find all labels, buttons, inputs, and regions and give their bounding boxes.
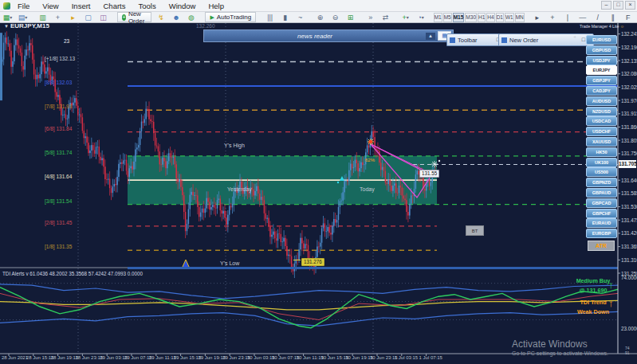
chart-shift-button[interactable]: ⇄ — [379, 12, 392, 22]
restore-button[interactable]: □ — [613, 1, 623, 10]
new-chart-button[interactable]: ▦▾ — [1, 12, 14, 22]
atr-button[interactable]: ATR — [588, 241, 615, 251]
chart-canvas[interactable] — [0, 0, 637, 364]
auto-scroll-button[interactable]: » — [364, 12, 377, 22]
pair-button-eurusd[interactable]: EURUSD — [586, 35, 617, 45]
pair-button-gbpchf[interactable]: GBPCHF — [586, 209, 617, 218]
timeframe-w1-button[interactable]: W1 — [505, 13, 514, 22]
pair-button-usdchf[interactable]: USDCHF — [586, 127, 617, 136]
pair-button-euraud[interactable]: EURAUD — [586, 218, 617, 228]
news-reader-bar[interactable]: news reader ▲ ▦ — [203, 29, 454, 42]
data-window-button[interactable]: + — [51, 12, 65, 22]
minimize-button[interactable]: – — [601, 1, 611, 10]
close-button[interactable]: × — [625, 1, 635, 10]
price-scale-tick: 131.255 — [621, 271, 637, 276]
channel-tool-button[interactable]: ∥ — [606, 12, 619, 22]
fibonacci-tool-button[interactable]: F — [621, 12, 635, 22]
add-indicator-button[interactable]: +▾ — [399, 12, 412, 22]
trade-manager-panel: Trade Manager 4 Lite ☺ EURUSDGBPUSDUSDJP… — [580, 24, 619, 29]
timeframe-h1-button[interactable]: H1 — [478, 13, 486, 22]
navigator-button[interactable]: ▸ — [66, 12, 80, 22]
price-scale-tick: 132.245 — [621, 31, 637, 37]
indicators-button[interactable]: ↯ — [154, 12, 167, 22]
horizontal-line-tool-button[interactable]: — — [576, 12, 589, 22]
timeframe-h4-button[interactable]: H4 — [486, 13, 494, 22]
timeframe-m15-button[interactable]: M15 — [453, 13, 465, 22]
panel-splitter[interactable] — [128, 267, 618, 269]
time-axis-label: 29 Jun 03:15 — [100, 355, 128, 360]
community-button[interactable]: ◍ — [184, 12, 198, 22]
pair-button-uk100[interactable]: UK100 — [586, 158, 617, 167]
menu-insert[interactable]: Insert — [66, 1, 96, 11]
market-watch-button[interactable]: ▥ — [36, 12, 49, 22]
autotrading-button[interactable]: ▶AutoTrading — [205, 12, 256, 22]
trendline-tool-button: / — [597, 14, 600, 22]
price-scale-tick: 131.970 — [621, 98, 637, 104]
bt-button[interactable]: BT — [466, 225, 484, 236]
activate-line2: Go to PC settings to activate Windows. — [512, 350, 608, 356]
toolbar-window[interactable]: Toolbar □ — [446, 33, 503, 46]
pair-button-eurgbp[interactable]: EURGBP — [586, 229, 617, 238]
timeframe-m30-button[interactable]: M30 — [465, 13, 477, 22]
menu-file[interactable]: File — [12, 1, 35, 11]
pair-button-gbpcad[interactable]: GBPCAD — [586, 198, 617, 208]
accounts-button: ☻ — [172, 14, 179, 22]
faded-price-text: 132.260 — [196, 23, 215, 29]
indicator-title: TDI Alerts v 61.0436 48.2002 35.3568 57.… — [2, 271, 143, 276]
channel-tool-button: ∥ — [611, 14, 615, 22]
tile-windows-button[interactable]: ⊞ — [344, 12, 357, 22]
pair-button-xauusd[interactable]: XAUUSD — [586, 137, 617, 147]
timeframe-d1-button[interactable]: D1 — [496, 13, 504, 22]
candlestick-button[interactable]: ▮ — [278, 12, 292, 22]
trendline-tool-button[interactable]: / — [591, 12, 604, 22]
pair-button-cadjpy[interactable]: CADJPY — [586, 86, 617, 96]
chevron-down-icon: ▼ — [4, 24, 9, 29]
pair-button-us500[interactable]: US500 — [586, 167, 617, 177]
pair-button-gbpusd[interactable]: GBPUSD — [586, 45, 617, 55]
time-axis-label: 1 Jul 03:15 — [395, 355, 418, 360]
menu-charts[interactable]: Charts — [98, 1, 132, 11]
menu-view[interactable]: View — [37, 1, 64, 11]
menu-window[interactable]: Window — [163, 1, 202, 11]
pair-button-gbpjpy[interactable]: GBPJPY — [586, 76, 617, 85]
strategy-tester-button[interactable]: ◫ — [96, 12, 110, 22]
price-scale-tick: 132.080 — [621, 71, 637, 76]
chart-symbol-title[interactable]: ▼EURJPY,M15 — [4, 22, 49, 29]
accounts-button[interactable]: ☻ — [169, 12, 183, 22]
pair-button-usdcad[interactable]: USDCAD — [586, 116, 617, 126]
menu-help[interactable]: Help — [203, 1, 230, 11]
trade-manager-collapse-arrow[interactable]: ◂ — [573, 33, 576, 39]
timeframe-m1-button[interactable]: M1 — [434, 13, 442, 22]
time-axis-label: 28 Jun 15:15 — [26, 355, 54, 360]
time-axis-label: 28 Jun 19:15 — [51, 355, 79, 360]
zoom-in-button[interactable]: ⊕ — [313, 12, 327, 22]
terminal-button: ▢ — [85, 14, 92, 22]
news-reader-collapse-button[interactable]: ▲ — [426, 33, 435, 40]
tdi-scale-low: 23.0000 — [621, 326, 637, 331]
profiles-button[interactable]: ▤▾ — [16, 12, 29, 22]
terminal-button[interactable]: ▢ — [81, 12, 95, 22]
new-order-window[interactable]: New Order □ × — [498, 33, 594, 46]
pair-button-audusd[interactable]: AUDUSD — [586, 96, 617, 106]
chart-annotation: Today — [360, 186, 375, 192]
auto-scroll-button: » — [368, 14, 372, 22]
pair-button-hk50[interactable]: HK50 — [586, 147, 617, 157]
timeframe-m5-button[interactable]: M5 — [443, 13, 452, 22]
autotrading-label: AutoTrading — [217, 14, 251, 21]
new-order-button[interactable]: +New Order — [117, 12, 151, 22]
murrey-label: [8/8] 132.03 — [45, 80, 72, 85]
zoom-out-button[interactable]: ⊖ — [328, 12, 342, 22]
timeframe-mn-button[interactable]: MN — [515, 13, 525, 22]
pair-button-eurjpy[interactable]: EURJPY — [586, 65, 617, 75]
vertical-line-tool-button[interactable]: | — [560, 12, 574, 22]
pair-button-gbpnzd[interactable]: GBPNZD — [586, 178, 617, 187]
pair-button-gbpaud[interactable]: GBPAUD — [586, 188, 617, 198]
pair-button-nzdusd[interactable]: NZDUSD — [586, 107, 617, 116]
crosshair-tool-button[interactable]: + — [545, 12, 559, 22]
periods-button[interactable]: ◔▾ — [414, 12, 427, 22]
bar-chart-button[interactable]: ||| — [263, 12, 277, 22]
cursor-tool-button[interactable]: ▸ — [530, 12, 544, 22]
pair-button-usdjpy[interactable]: USDJPY — [586, 56, 617, 65]
restore-icon[interactable]: □ — [582, 37, 585, 43]
line-chart-button[interactable]: ~ — [293, 12, 307, 22]
